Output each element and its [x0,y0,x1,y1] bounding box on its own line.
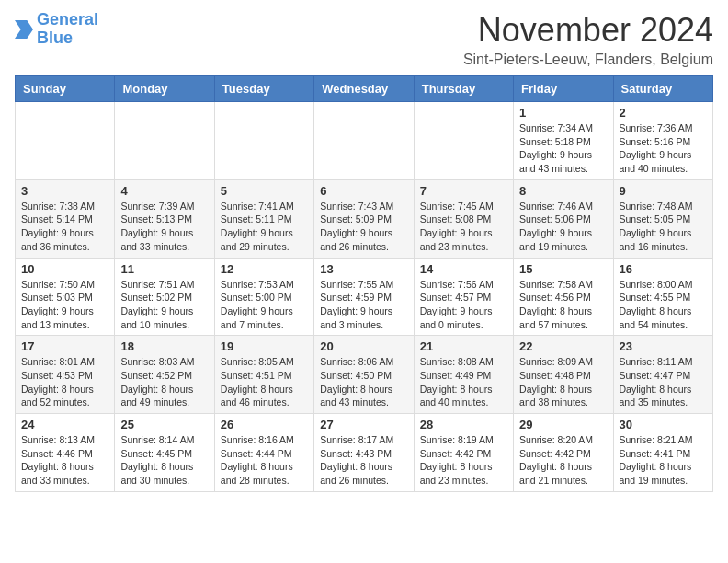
calendar-cell-1-5: 8Sunrise: 7:46 AM Sunset: 5:06 PM Daylig… [514,179,613,258]
calendar-cell-2-4: 14Sunrise: 7:56 AM Sunset: 4:57 PM Dayli… [414,258,513,336]
day-number: 18 [120,339,208,353]
day-info: Sunrise: 8:09 AM Sunset: 4:48 PM Dayligh… [519,355,607,409]
day-number: 2 [620,106,707,120]
calendar-week-2: 3Sunrise: 7:38 AM Sunset: 5:14 PM Daylig… [16,179,713,258]
day-info: Sunrise: 7:39 AM Sunset: 5:13 PM Dayligh… [120,200,208,254]
calendar-table: SundayMondayTuesdayWednesdayThursdayFrid… [15,75,713,492]
title-block: November 2024 Sint-Pieters-Leeuw, Flande… [463,11,713,68]
day-number: 17 [21,339,108,353]
day-number: 4 [120,184,208,198]
day-number: 10 [21,262,108,276]
day-number: 1 [519,106,607,120]
weekday-header-friday: Friday [514,76,613,102]
day-number: 16 [620,262,707,276]
page-header: General Blue November 2024 Sint-Pieters-… [0,0,728,75]
day-info: Sunrise: 7:56 AM Sunset: 4:57 PM Dayligh… [420,278,507,332]
calendar-cell-0-4 [414,102,513,180]
day-info: Sunrise: 8:00 AM Sunset: 4:55 PM Dayligh… [620,278,707,332]
logo-text: General Blue [37,11,98,48]
calendar-cell-4-5: 29Sunrise: 8:20 AM Sunset: 4:42 PM Dayli… [514,414,613,492]
weekday-header-sunday: Sunday [16,76,115,102]
calendar-wrapper: SundayMondayTuesdayWednesdayThursdayFrid… [0,75,728,500]
day-info: Sunrise: 8:11 AM Sunset: 4:47 PM Dayligh… [620,355,707,409]
day-info: Sunrise: 7:41 AM Sunset: 5:11 PM Dayligh… [221,200,308,254]
calendar-cell-3-2: 19Sunrise: 8:05 AM Sunset: 4:51 PM Dayli… [214,336,313,414]
logo: General Blue [15,11,98,48]
day-info: Sunrise: 8:16 AM Sunset: 4:44 PM Dayligh… [221,433,308,488]
calendar-cell-4-3: 27Sunrise: 8:17 AM Sunset: 4:43 PM Dayli… [314,414,414,492]
day-number: 30 [620,418,707,431]
calendar-cell-3-0: 17Sunrise: 8:01 AM Sunset: 4:53 PM Dayli… [16,336,115,414]
calendar-cell-2-3: 13Sunrise: 7:55 AM Sunset: 4:59 PM Dayli… [314,258,414,336]
day-info: Sunrise: 7:34 AM Sunset: 5:18 PM Dayligh… [519,121,607,176]
day-info: Sunrise: 8:14 AM Sunset: 4:45 PM Dayligh… [120,433,208,488]
weekday-header-thursday: Thursday [414,76,513,102]
day-info: Sunrise: 7:58 AM Sunset: 4:56 PM Dayligh… [519,278,607,332]
day-number: 28 [420,418,507,431]
calendar-cell-3-6: 23Sunrise: 8:11 AM Sunset: 4:47 PM Dayli… [613,336,712,414]
calendar-header: SundayMondayTuesdayWednesdayThursdayFrid… [16,76,713,102]
calendar-cell-3-5: 22Sunrise: 8:09 AM Sunset: 4:48 PM Dayli… [514,336,613,414]
calendar-cell-1-0: 3Sunrise: 7:38 AM Sunset: 5:14 PM Daylig… [16,179,115,258]
day-number: 11 [120,262,208,276]
weekday-header-row: SundayMondayTuesdayWednesdayThursdayFrid… [16,76,713,102]
calendar-cell-1-2: 5Sunrise: 7:41 AM Sunset: 5:11 PM Daylig… [214,179,313,258]
day-info: Sunrise: 7:36 AM Sunset: 5:16 PM Dayligh… [620,121,707,176]
day-info: Sunrise: 8:21 AM Sunset: 4:41 PM Dayligh… [620,433,707,488]
day-info: Sunrise: 7:55 AM Sunset: 4:59 PM Dayligh… [320,278,407,332]
calendar-body: 1Sunrise: 7:34 AM Sunset: 5:18 PM Daylig… [16,102,713,492]
day-info: Sunrise: 8:03 AM Sunset: 4:52 PM Dayligh… [120,355,208,409]
calendar-week-4: 17Sunrise: 8:01 AM Sunset: 4:53 PM Dayli… [16,336,713,414]
calendar-cell-1-1: 4Sunrise: 7:39 AM Sunset: 5:13 PM Daylig… [115,179,214,258]
day-number: 7 [420,184,507,198]
calendar-cell-4-4: 28Sunrise: 8:19 AM Sunset: 4:42 PM Dayli… [414,414,513,492]
day-info: Sunrise: 7:48 AM Sunset: 5:05 PM Dayligh… [620,200,707,254]
sub-title: Sint-Pieters-Leeuw, Flanders, Belgium [463,52,713,68]
day-number: 6 [320,184,407,198]
calendar-cell-1-6: 9Sunrise: 7:48 AM Sunset: 5:05 PM Daylig… [613,179,712,258]
day-info: Sunrise: 8:01 AM Sunset: 4:53 PM Dayligh… [21,355,108,409]
calendar-week-1: 1Sunrise: 7:34 AM Sunset: 5:18 PM Daylig… [16,102,713,180]
day-info: Sunrise: 7:45 AM Sunset: 5:08 PM Dayligh… [420,200,507,254]
day-number: 8 [519,184,607,198]
calendar-week-3: 10Sunrise: 7:50 AM Sunset: 5:03 PM Dayli… [16,258,713,336]
calendar-cell-0-5: 1Sunrise: 7:34 AM Sunset: 5:18 PM Daylig… [514,102,613,180]
calendar-cell-0-6: 2Sunrise: 7:36 AM Sunset: 5:16 PM Daylig… [613,102,712,180]
day-number: 9 [620,184,707,198]
day-info: Sunrise: 8:06 AM Sunset: 4:50 PM Dayligh… [320,355,407,409]
calendar-cell-2-2: 12Sunrise: 7:53 AM Sunset: 5:00 PM Dayli… [214,258,313,336]
day-number: 20 [320,339,407,353]
day-number: 27 [320,418,407,431]
calendar-cell-3-1: 18Sunrise: 8:03 AM Sunset: 4:52 PM Dayli… [115,336,214,414]
weekday-header-saturday: Saturday [613,76,712,102]
day-number: 14 [420,262,507,276]
calendar-cell-4-1: 25Sunrise: 8:14 AM Sunset: 4:45 PM Dayli… [115,414,214,492]
day-number: 12 [221,262,308,276]
day-info: Sunrise: 7:38 AM Sunset: 5:14 PM Dayligh… [21,200,108,254]
calendar-cell-1-4: 7Sunrise: 7:45 AM Sunset: 5:08 PM Daylig… [414,179,513,258]
main-title: November 2024 [463,11,713,50]
day-number: 3 [21,184,108,198]
calendar-cell-2-5: 15Sunrise: 7:58 AM Sunset: 4:56 PM Dayli… [514,258,613,336]
day-number: 19 [221,339,308,353]
day-info: Sunrise: 7:51 AM Sunset: 5:02 PM Dayligh… [120,278,208,332]
weekday-header-wednesday: Wednesday [314,76,414,102]
day-info: Sunrise: 7:50 AM Sunset: 5:03 PM Dayligh… [21,278,108,332]
day-info: Sunrise: 8:13 AM Sunset: 4:46 PM Dayligh… [21,433,108,488]
weekday-header-monday: Monday [115,76,214,102]
day-info: Sunrise: 8:20 AM Sunset: 4:42 PM Dayligh… [519,433,607,488]
calendar-cell-0-1 [115,102,214,180]
calendar-cell-0-2 [214,102,313,180]
day-number: 5 [221,184,308,198]
page-container: General Blue November 2024 Sint-Pieters-… [0,0,728,500]
calendar-cell-4-0: 24Sunrise: 8:13 AM Sunset: 4:46 PM Dayli… [16,414,115,492]
calendar-cell-4-6: 30Sunrise: 8:21 AM Sunset: 4:41 PM Dayli… [613,414,712,492]
calendar-cell-2-6: 16Sunrise: 8:00 AM Sunset: 4:55 PM Dayli… [613,258,712,336]
calendar-cell-2-0: 10Sunrise: 7:50 AM Sunset: 5:03 PM Dayli… [16,258,115,336]
logo-icon [15,20,33,39]
day-info: Sunrise: 7:46 AM Sunset: 5:06 PM Dayligh… [519,200,607,254]
day-number: 23 [620,339,707,353]
calendar-cell-1-3: 6Sunrise: 7:43 AM Sunset: 5:09 PM Daylig… [314,179,414,258]
day-number: 15 [519,262,607,276]
calendar-cell-0-0 [16,102,115,180]
